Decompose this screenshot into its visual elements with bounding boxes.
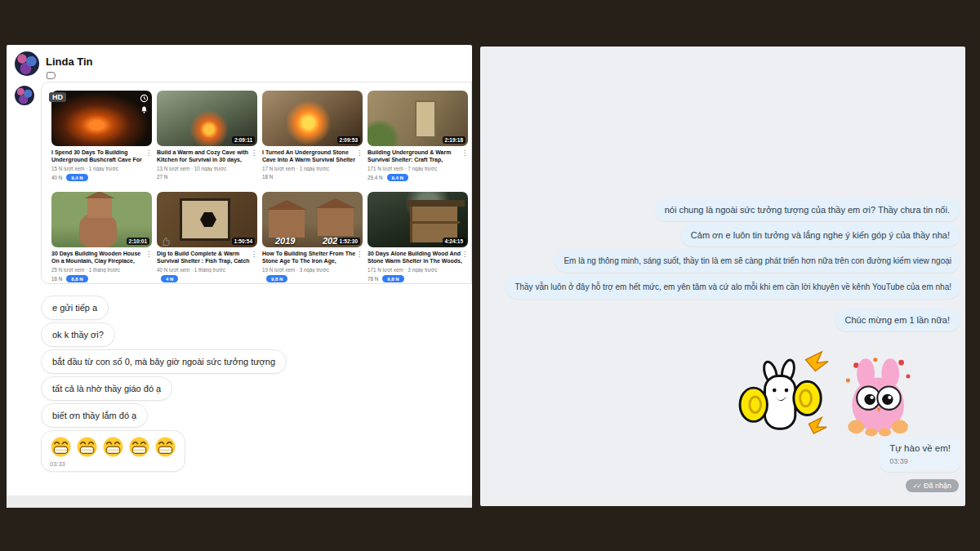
video-title: 30 Days Alone Building Wood And Stone Wa… xyxy=(368,251,468,265)
delivery-status-badge: ✓✓ Đã nhận xyxy=(906,479,959,492)
more-options-icon[interactable]: ⋮ xyxy=(356,251,363,258)
grinning-face-emoji xyxy=(102,436,124,458)
video-thumbnail: 2:19:18 xyxy=(368,91,468,146)
video-likes: 78 N xyxy=(368,276,378,282)
video-title: I Spend 30 Days To Building Underground … xyxy=(51,149,152,164)
more-options-icon[interactable]: ⋮ xyxy=(251,251,257,258)
video-card[interactable]: 2:09:11 Build a Warm and Cozy Cave with … xyxy=(157,91,257,181)
message-bubble[interactable]: Chúc mừng em 1 lần nữa! xyxy=(835,309,960,331)
video-stats: 171 N lượt xem · 7 ngày trước xyxy=(368,166,468,171)
video-title: I Turned An Underground Stone Cave Into … xyxy=(262,149,363,164)
grinning-emoji-row xyxy=(50,436,176,458)
video-card[interactable]: 2:19:18 Building Underground & Warm Surv… xyxy=(368,91,468,181)
panel-footer-strip xyxy=(7,495,472,508)
video-badge: 8,8 N xyxy=(66,275,87,282)
video-duration: 2:09:11 xyxy=(232,136,255,144)
more-options-icon[interactable]: ⋮ xyxy=(356,149,363,157)
video-card[interactable]: 4:24:15 30 Days Alone Building Wood And … xyxy=(368,192,468,282)
message-bubble[interactable]: Thầy vẫn luôn ở đây hỗ trợ em hết mức, e… xyxy=(506,275,960,299)
more-options-icon[interactable]: ⋮ xyxy=(145,149,152,157)
video-likes: 18 N xyxy=(262,174,273,180)
video-likes: 16 N xyxy=(51,276,62,282)
right-chat-panel: nói chung là ngoài sức tưởng tượng của t… xyxy=(480,47,965,506)
outgoing-messages: nói chung là ngoài sức tưởng tượng của t… xyxy=(483,198,960,331)
more-options-icon[interactable]: ⋮ xyxy=(461,251,468,258)
video-duration: 2:09:53 xyxy=(337,136,360,144)
video-stats: 171 N lượt xem · 3 ngày trước xyxy=(368,267,468,273)
message-bubble[interactable]: Em là ng thông minh, sáng suốt, thầy tin… xyxy=(555,249,960,273)
video-card[interactable]: I Spend 30 Days To Building Underground … xyxy=(51,91,152,181)
video-card[interactable]: 2:10:01 30 Days Building Wooden House On… xyxy=(51,192,152,282)
watch-later-icon xyxy=(140,94,149,103)
more-options-icon[interactable]: ⋮ xyxy=(145,251,152,258)
grinning-face-emoji xyxy=(76,436,98,458)
video-title: How To Building Shelter From The Stone A… xyxy=(262,251,363,265)
shared-image-message[interactable]: HD I Spend 30 Days To Building Undergrou… xyxy=(41,82,472,284)
delivery-status-label: Đã nhận xyxy=(924,482,951,490)
message-bubble[interactable]: nói chung là ngoài sức tưởng tượng của t… xyxy=(654,198,960,221)
hd-badge: HD xyxy=(49,92,66,102)
message-bubble[interactable]: e gửi tiếp a xyxy=(41,295,109,320)
grinning-face-emoji xyxy=(128,436,150,458)
video-card[interactable]: 2019 2024 1:52:30 How To Building Shelte… xyxy=(262,192,363,282)
pink-bunny-hearts-sticker[interactable] xyxy=(841,355,916,438)
mud-tower-art xyxy=(79,213,117,247)
screen: Linda Tin HD I Spend 30 Days To Building… xyxy=(0,0,980,551)
message-bubble[interactable]: ok k thầy ơi? xyxy=(41,322,115,347)
sticker-row xyxy=(738,350,916,438)
video-badge: 9,8 N xyxy=(266,275,287,282)
message-bubble[interactable]: Cảm ơn e luôn tin tưởng và lắng nghe ý k… xyxy=(680,224,960,247)
video-duration: 2:19:18 xyxy=(443,136,466,144)
emoji-message-bubble[interactable]: 03:33 xyxy=(41,430,185,472)
contact-name: Linda Tin xyxy=(46,56,93,68)
rabbit-cymbals-sticker[interactable] xyxy=(738,350,835,438)
left-chat-panel: Linda Tin HD I Spend 30 Days To Building… xyxy=(7,45,472,508)
video-stats: 13 N lượt xem · 10 ngày trước xyxy=(157,166,257,171)
more-options-icon[interactable]: ⋮ xyxy=(251,149,257,157)
video-title: 30 Days Building Wooden House On a Mount… xyxy=(51,251,152,265)
video-card[interactable]: 2:09:53 I Turned An Underground Stone Ca… xyxy=(262,91,363,181)
video-duration: 1:50:54 xyxy=(232,238,255,245)
video-thumbnail: 2:09:11 xyxy=(157,91,257,146)
message-timestamp: 03:39 xyxy=(889,457,951,465)
hut-2019-art xyxy=(269,210,305,238)
message-bubble[interactable]: biết ơn thầy lắm đó ạ xyxy=(41,403,148,428)
message-text: Tự hào về em! xyxy=(889,443,951,453)
video-grid: I Spend 30 Days To Building Underground … xyxy=(51,91,470,282)
video-card[interactable]: 1:50:54 Dig to Build Complete & Warm Sur… xyxy=(157,192,257,282)
video-thumbnail: 2:09:53 xyxy=(262,91,363,146)
wooden-house-art xyxy=(87,198,112,218)
video-duration: 2:10:01 xyxy=(127,238,149,245)
video-stats: 17 N lượt xem · 1 ngày trước xyxy=(262,166,363,171)
video-likes: 40 N xyxy=(51,175,62,180)
message-bubble[interactable]: tất cả là nhờ thầy giáo đó ạ xyxy=(41,376,172,401)
video-likes: 27 N xyxy=(157,174,167,180)
video-thumbnail xyxy=(51,91,152,146)
video-thumbnail: 4:24:15 xyxy=(368,192,468,247)
message-bubble[interactable]: Tự hào về em! 03:39 xyxy=(880,437,960,472)
shelter-door-art xyxy=(415,100,436,138)
thumbs-up-icon[interactable] xyxy=(160,236,172,247)
message-timestamp: 03:33 xyxy=(50,460,176,468)
video-badge: 9,4 N xyxy=(66,174,87,181)
avatar[interactable] xyxy=(15,86,34,105)
message-bubble[interactable]: bắt đầu từ con số 0, mà bây giờ ngoài sứ… xyxy=(41,349,287,374)
video-duration: 4:24:15 xyxy=(443,238,466,245)
video-title: Building Underground & Warm Survival She… xyxy=(368,149,468,164)
avatar[interactable] xyxy=(15,51,39,76)
video-badge: 9,8 N xyxy=(382,275,403,282)
video-duration: 1:52:30 xyxy=(337,238,360,245)
hex-shelter-art xyxy=(180,198,230,241)
year-label: 2019 xyxy=(275,236,295,246)
incoming-messages: e gửi tiếp a ok k thầy ơi? bắt đầu từ co… xyxy=(41,295,287,472)
video-badge: 9,4 N xyxy=(387,174,408,181)
video-stats: 40 N lượt xem · 1 tháng trước xyxy=(157,267,257,273)
video-stats: 15 N lượt xem · 1 ngày trước xyxy=(51,166,152,171)
video-badge: 4 N xyxy=(161,275,178,282)
note-icon xyxy=(47,72,56,79)
video-title: Dig to Build Complete & Warm Survival Sh… xyxy=(157,251,257,265)
video-stats: 19 N lượt xem · 3 ngày trước xyxy=(262,267,363,273)
video-title: Build a Warm and Cozy Cave with Kitchen … xyxy=(157,149,257,164)
video-stats: 25 N lượt xem · 1 tháng trước xyxy=(51,267,152,273)
more-options-icon[interactable]: ⋮ xyxy=(461,149,468,157)
